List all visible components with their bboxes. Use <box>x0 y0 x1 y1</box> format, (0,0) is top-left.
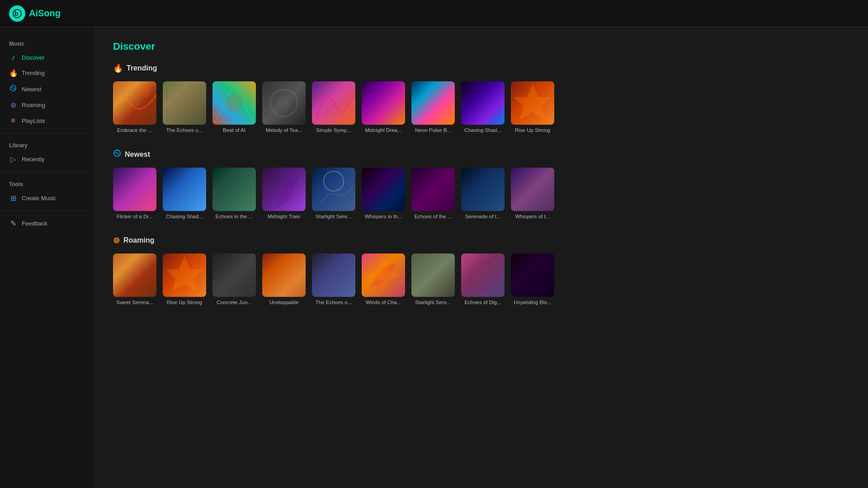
music-card-newest-6[interactable]: Echoes of the ... <box>411 168 455 219</box>
music-card-trending-0[interactable]: Embrace the ... <box>113 81 156 133</box>
sidebar-item-discover[interactable]: ♪ Discover <box>0 50 94 65</box>
card-label-newest-4: Starlight Sere... <box>312 214 355 219</box>
music-card-trending-7[interactable]: Chasing Shad... <box>461 81 505 133</box>
feedback-icon: ✎ <box>9 219 17 228</box>
card-thumb-trending-8 <box>511 81 554 125</box>
card-label-newest-1: Chasing Shad... <box>163 214 206 219</box>
svg-point-11 <box>324 171 344 191</box>
card-label-trending-2: Beat of AI <box>212 127 256 133</box>
logo-area[interactable]: b AiSong <box>9 5 61 22</box>
card-thumb-roaming-3 <box>262 253 306 297</box>
section-header-newest: Newest <box>113 149 850 160</box>
sidebar-label-trending: Trending <box>22 70 45 76</box>
card-label-roaming-2: Concrete Jun... <box>212 300 256 305</box>
card-thumb-newest-4 <box>312 168 355 211</box>
card-thumb-newest-5 <box>362 168 405 211</box>
card-label-newest-2: Echoes in the ... <box>212 214 256 219</box>
card-thumb-newest-2 <box>212 168 256 211</box>
logo-icon: b <box>9 5 25 22</box>
section-title-trending: Trending <box>127 64 157 72</box>
sidebar-label-playlists: PlayLists <box>22 117 45 124</box>
music-card-newest-3[interactable]: Midnight Train <box>262 168 306 219</box>
sidebar-item-newest[interactable]: Newest <box>0 81 94 97</box>
music-card-trending-4[interactable]: Simple Symp... <box>312 81 355 133</box>
music-card-roaming-0[interactable]: Sweet Serena... <box>113 253 156 305</box>
card-label-trending-8: Rise Up Strong <box>511 127 554 133</box>
card-label-trending-6: Neon Pulse B... <box>411 127 455 133</box>
card-thumb-trending-2 <box>212 81 256 125</box>
card-thumb-trending-7 <box>461 81 505 125</box>
sidebar-item-recently[interactable]: ▷ Recently <box>0 151 94 167</box>
music-card-roaming-5[interactable]: Winds of Cha... <box>362 253 405 305</box>
card-thumb-trending-3 <box>262 81 306 125</box>
card-thumb-roaming-6 <box>411 253 455 297</box>
music-card-roaming-3[interactable]: Unstoppable <box>262 253 306 305</box>
music-card-newest-4[interactable]: Starlight Sere... <box>312 168 355 219</box>
sidebar-item-roaming[interactable]: ⊜ Roaming <box>0 97 94 113</box>
music-card-trending-3[interactable]: Melody of Tea... <box>262 81 306 133</box>
sidebar-label-feedback: Feedback <box>22 220 47 227</box>
sidebar-item-playlists[interactable]: ≡ PlayLists <box>0 113 94 128</box>
music-card-newest-8[interactable]: Whispers of t... <box>511 168 554 219</box>
sidebar-label-create: Create Music <box>22 195 57 202</box>
card-thumb-roaming-1 <box>163 253 206 297</box>
music-card-roaming-1[interactable]: Rise Up Strong <box>163 253 206 305</box>
card-thumb-roaming-2 <box>212 253 256 297</box>
card-thumb-newest-7 <box>461 168 505 211</box>
card-label-roaming-0: Sweet Serena... <box>113 300 156 305</box>
card-label-roaming-8: Unyielding Blo... <box>511 300 554 305</box>
card-thumb-trending-4 <box>312 81 355 125</box>
music-card-newest-1[interactable]: Chasing Shad... <box>163 168 206 219</box>
section-title-roaming: Roaming <box>123 236 154 244</box>
card-label-trending-0: Embrace the ... <box>113 127 156 133</box>
svg-point-7 <box>225 94 243 112</box>
sidebar-item-trending[interactable]: 🔥 Trending <box>0 65 94 81</box>
music-card-roaming-7[interactable]: Echoes of Dig... <box>461 253 505 305</box>
card-label-newest-0: Flicker of a Dr... <box>113 214 156 219</box>
music-card-trending-8[interactable]: Rise Up Strong <box>511 81 554 133</box>
music-card-roaming-8[interactable]: Unyielding Blo... <box>511 253 554 305</box>
library-section-label: Library <box>0 138 94 151</box>
sections-container: 🔥TrendingEmbrace the ...The Echoes o...B… <box>113 63 850 305</box>
recently-icon: ▷ <box>9 155 17 164</box>
sidebar-item-feedback[interactable]: ✎ Feedback <box>0 216 94 231</box>
card-label-newest-5: Whispers in th... <box>362 214 405 219</box>
section-header-trending: 🔥Trending <box>113 63 850 73</box>
playlists-icon: ≡ <box>9 117 17 125</box>
section-icon-trending: 🔥 <box>113 63 123 73</box>
card-label-trending-1: The Echoes o... <box>163 127 206 133</box>
sidebar-label-newest: Newest <box>22 86 41 93</box>
music-card-trending-6[interactable]: Neon Pulse B... <box>411 81 455 133</box>
card-label-roaming-6: Starlight Sere... <box>411 300 455 305</box>
svg-point-9 <box>277 96 291 110</box>
discover-icon: ♪ <box>9 53 17 61</box>
music-card-newest-7[interactable]: Serenade of t... <box>461 168 505 219</box>
card-thumb-roaming-5 <box>362 253 405 297</box>
sidebar-item-create[interactable]: ⊞ Create Music <box>0 190 94 206</box>
music-card-roaming-4[interactable]: The Echoes o... <box>312 253 355 305</box>
music-card-trending-5[interactable]: Midnight Drea... <box>362 81 405 133</box>
roaming-icon: ⊜ <box>9 101 17 109</box>
music-grid-newest: Flicker of a Dr...Chasing Shad...Echoes … <box>113 168 850 219</box>
card-thumb-trending-5 <box>362 81 405 125</box>
music-card-newest-2[interactable]: Echoes in the ... <box>212 168 256 219</box>
music-card-roaming-6[interactable]: Starlight Sere... <box>411 253 455 305</box>
card-thumb-newest-8 <box>511 168 554 211</box>
card-label-newest-8: Whispers of t... <box>511 214 554 219</box>
music-card-newest-5[interactable]: Whispers in th... <box>362 168 405 219</box>
card-thumb-newest-6 <box>411 168 455 211</box>
create-icon: ⊞ <box>9 194 17 202</box>
sidebar-label-discover: Discover <box>22 54 45 61</box>
music-grid-trending: Embrace the ...The Echoes o...Beat of AI… <box>113 81 850 133</box>
music-card-roaming-2[interactable]: Concrete Jun... <box>212 253 256 305</box>
sidebar-label-recently: Recently <box>22 156 45 163</box>
section-roaming: ⊜RoamingSweet Serena...Rise Up StrongCon… <box>113 235 850 305</box>
card-thumb-roaming-8 <box>511 253 554 297</box>
music-card-trending-1[interactable]: The Echoes o... <box>163 81 206 133</box>
trending-icon: 🔥 <box>9 69 17 77</box>
music-card-trending-2[interactable]: Beat of AI <box>212 81 256 133</box>
section-trending: 🔥TrendingEmbrace the ...The Echoes o...B… <box>113 63 850 133</box>
music-card-newest-0[interactable]: Flicker of a Dr... <box>113 168 156 219</box>
main-layout: Music ♪ Discover 🔥 Trending Newest ⊜ Roa… <box>0 27 868 488</box>
card-label-trending-3: Melody of Tea... <box>262 127 306 133</box>
